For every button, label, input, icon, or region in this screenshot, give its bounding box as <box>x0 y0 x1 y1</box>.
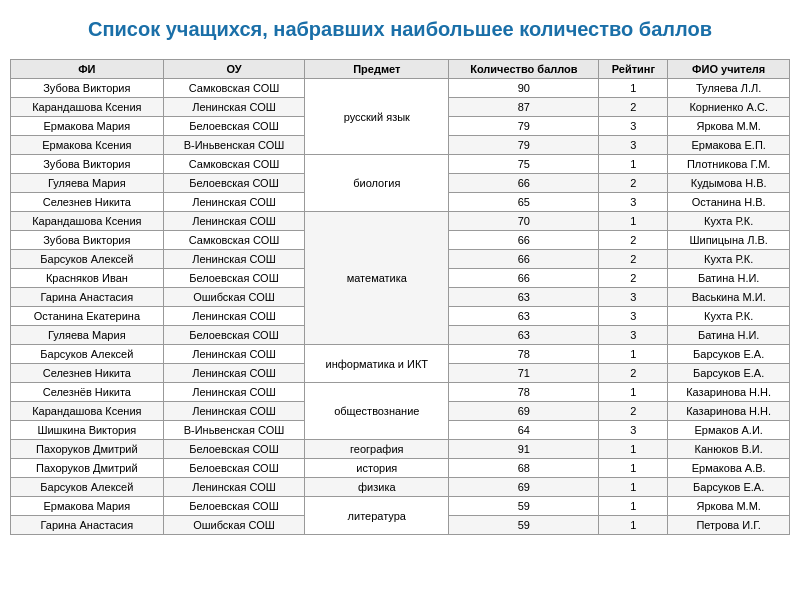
cell-bally: 91 <box>449 440 599 459</box>
cell-ou: Ленинская СОШ <box>163 383 305 402</box>
page-title: Список учащихся, набравших наибольшее ко… <box>10 10 790 49</box>
cell-teacher: Кухта Р.К. <box>668 212 790 231</box>
cell-predmet: история <box>305 459 449 478</box>
cell-bally: 79 <box>449 136 599 155</box>
table-row: Барсуков АлексейЛенинская СОШинформатика… <box>11 345 790 364</box>
cell-teacher: Шипицына Л.В. <box>668 231 790 250</box>
cell-rating: 2 <box>599 364 668 383</box>
cell-bally: 69 <box>449 478 599 497</box>
cell-rating: 1 <box>599 383 668 402</box>
cell-bally: 63 <box>449 326 599 345</box>
cell-bally: 68 <box>449 459 599 478</box>
cell-fi: Карандашова Ксения <box>11 98 164 117</box>
cell-teacher: Ермакова А.В. <box>668 459 790 478</box>
cell-fi: Гуляева Мария <box>11 174 164 193</box>
cell-rating: 2 <box>599 231 668 250</box>
cell-rating: 3 <box>599 288 668 307</box>
cell-ou: В-Иньвенская СОШ <box>163 421 305 440</box>
cell-ou: Самковская СОШ <box>163 231 305 250</box>
cell-bally: 66 <box>449 269 599 288</box>
cell-bally: 66 <box>449 231 599 250</box>
cell-fi: Барсуков Алексей <box>11 478 164 497</box>
cell-fi: Зубова Виктория <box>11 155 164 174</box>
cell-bally: 59 <box>449 516 599 535</box>
cell-teacher: Кудымова Н.В. <box>668 174 790 193</box>
header-bally: Количество баллов <box>449 60 599 79</box>
cell-fi: Зубова Виктория <box>11 231 164 250</box>
table-row: Зубова ВикторияСамковская СОШбиология751… <box>11 155 790 174</box>
cell-rating: 1 <box>599 516 668 535</box>
header-rating: Рейтинг <box>599 60 668 79</box>
cell-ou: Ленинская СОШ <box>163 307 305 326</box>
cell-rating: 3 <box>599 307 668 326</box>
cell-fi: Ермакова Мария <box>11 117 164 136</box>
cell-ou: Ленинская СОШ <box>163 402 305 421</box>
cell-rating: 2 <box>599 174 668 193</box>
cell-teacher: Васькина М.И. <box>668 288 790 307</box>
cell-predmet: русский язык <box>305 79 449 155</box>
cell-rating: 1 <box>599 212 668 231</box>
cell-rating: 3 <box>599 193 668 212</box>
cell-ou: Ленинская СОШ <box>163 478 305 497</box>
cell-fi: Барсуков Алексей <box>11 250 164 269</box>
cell-rating: 3 <box>599 117 668 136</box>
cell-bally: 59 <box>449 497 599 516</box>
cell-bally: 71 <box>449 364 599 383</box>
cell-teacher: Батина Н.И. <box>668 269 790 288</box>
cell-predmet: литература <box>305 497 449 535</box>
cell-teacher: Барсуков Е.А. <box>668 345 790 364</box>
table-row: Зубова ВикторияСамковская СОШрусский язы… <box>11 79 790 98</box>
cell-teacher: Барсуков Е.А. <box>668 364 790 383</box>
cell-teacher: Яркова М.М. <box>668 117 790 136</box>
cell-ou: Ленинская СОШ <box>163 345 305 364</box>
cell-rating: 3 <box>599 136 668 155</box>
cell-teacher: Плотникова Г.М. <box>668 155 790 174</box>
cell-ou: Белоевская СОШ <box>163 459 305 478</box>
cell-rating: 1 <box>599 79 668 98</box>
cell-rating: 3 <box>599 421 668 440</box>
cell-bally: 79 <box>449 117 599 136</box>
cell-fi: Гуляева Мария <box>11 326 164 345</box>
cell-ou: Ленинская СОШ <box>163 212 305 231</box>
table-row: Пахоруков ДмитрийБелоевская СОШистория68… <box>11 459 790 478</box>
table-row: Пахоруков ДмитрийБелоевская СОШгеография… <box>11 440 790 459</box>
cell-teacher: Казаринова Н.Н. <box>668 402 790 421</box>
cell-teacher: Яркова М.М. <box>668 497 790 516</box>
cell-predmet: физика <box>305 478 449 497</box>
cell-ou: Ленинская СОШ <box>163 250 305 269</box>
cell-teacher: Казаринова Н.Н. <box>668 383 790 402</box>
cell-teacher: Останина Н.В. <box>668 193 790 212</box>
cell-fi: Зубова Виктория <box>11 79 164 98</box>
table-row: Карандашова КсенияЛенинская СОШматематик… <box>11 212 790 231</box>
cell-ou: Ошибская СОШ <box>163 516 305 535</box>
cell-ou: Ошибская СОШ <box>163 288 305 307</box>
cell-rating: 1 <box>599 440 668 459</box>
header-fi: ФИ <box>11 60 164 79</box>
cell-fi: Ермакова Ксения <box>11 136 164 155</box>
cell-fi: Карандашова Ксения <box>11 402 164 421</box>
header-predmet: Предмет <box>305 60 449 79</box>
cell-bally: 63 <box>449 288 599 307</box>
cell-bally: 70 <box>449 212 599 231</box>
cell-fi: Карандашова Ксения <box>11 212 164 231</box>
cell-rating: 1 <box>599 345 668 364</box>
cell-bally: 75 <box>449 155 599 174</box>
cell-bally: 66 <box>449 174 599 193</box>
cell-rating: 3 <box>599 326 668 345</box>
cell-fi: Гарина Анастасия <box>11 288 164 307</box>
cell-rating: 1 <box>599 459 668 478</box>
cell-rating: 2 <box>599 269 668 288</box>
cell-rating: 2 <box>599 98 668 117</box>
cell-bally: 66 <box>449 250 599 269</box>
cell-teacher: Барсуков Е.А. <box>668 478 790 497</box>
cell-fi: Барсуков Алексей <box>11 345 164 364</box>
cell-teacher: Ермаков А.И. <box>668 421 790 440</box>
cell-teacher: Кухта Р.К. <box>668 307 790 326</box>
cell-teacher: Канюков В.И. <box>668 440 790 459</box>
cell-teacher: Батина Н.И. <box>668 326 790 345</box>
cell-rating: 2 <box>599 402 668 421</box>
cell-fi: Гарина Анастасия <box>11 516 164 535</box>
cell-fi: Красняков Иван <box>11 269 164 288</box>
cell-bally: 87 <box>449 98 599 117</box>
cell-ou: Белоевская СОШ <box>163 174 305 193</box>
